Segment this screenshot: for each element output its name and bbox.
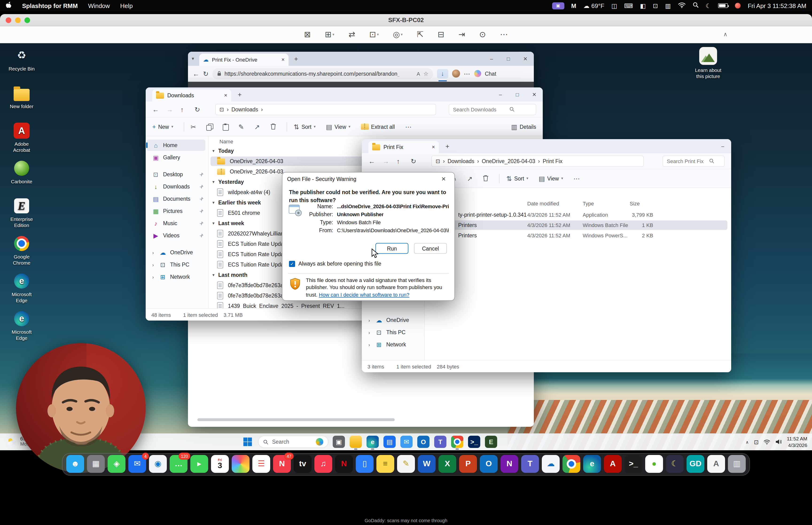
dock-icon[interactable]: A bbox=[604, 455, 622, 473]
file-row[interactable]: Printers 4/3/2026 11:52 AM Windows Power… bbox=[425, 230, 731, 241]
collapse-group-icon[interactable] bbox=[212, 149, 215, 153]
sidebar-item[interactable]: ▶ Videos bbox=[146, 229, 208, 242]
focus-moon-icon[interactable]: ☾ bbox=[706, 3, 711, 9]
menu-status-icon[interactable]: ◧ bbox=[640, 3, 646, 9]
desktop-icon-carbonite[interactable]: Carbonite bbox=[6, 160, 37, 184]
desktop-icon-enterprise-edition[interactable]: E Enterprise Edition bbox=[6, 197, 37, 228]
dock-icon[interactable]: T bbox=[521, 455, 539, 473]
display-tray-icon[interactable]: ⊡ bbox=[754, 439, 759, 446]
hidden-icons-chevron[interactable]: ∧ bbox=[746, 440, 749, 445]
back-icon[interactable] bbox=[152, 106, 166, 112]
profile-avatar[interactable] bbox=[452, 70, 460, 77]
collapse-group-icon[interactable] bbox=[212, 273, 215, 277]
new-tab-button[interactable]: + bbox=[238, 91, 242, 98]
moom-icon[interactable]: M bbox=[571, 3, 576, 9]
up-icon[interactable] bbox=[397, 158, 411, 164]
close-dialog-icon[interactable] bbox=[438, 176, 450, 182]
share-icon[interactable] bbox=[254, 123, 260, 130]
back-icon[interactable] bbox=[193, 70, 199, 77]
taskbar-app-icon[interactable]: e bbox=[366, 435, 379, 448]
dock-icon[interactable]: X bbox=[439, 455, 456, 473]
explorer-titlebar[interactable]: Downloads + bbox=[146, 87, 543, 102]
rename-icon[interactable] bbox=[239, 123, 244, 130]
column-type[interactable]: Type bbox=[583, 201, 594, 206]
new-button[interactable]: +New bbox=[152, 123, 173, 130]
apple-menu-icon[interactable] bbox=[6, 1, 12, 10]
crumb-print-fix[interactable]: Print Fix bbox=[543, 158, 563, 164]
close-icon[interactable] bbox=[517, 56, 534, 61]
crumb-downloads[interactable]: Downloads bbox=[448, 158, 474, 164]
dock-icon[interactable]: A bbox=[707, 455, 725, 473]
expand-chevron-icon[interactable] bbox=[368, 317, 372, 322]
taskbar-app-icon[interactable]: ▣ bbox=[332, 435, 346, 448]
forward-icon[interactable] bbox=[383, 158, 397, 164]
column-size[interactable]: Size bbox=[630, 201, 640, 206]
more-commands-icon[interactable] bbox=[405, 123, 412, 130]
desktop-icon-recycle-bin[interactable]: ♻ Recycle Bin bbox=[6, 47, 37, 72]
breadcrumb[interactable]: ⊡ Downloads bbox=[215, 104, 436, 115]
tab-actions-icon[interactable] bbox=[192, 56, 194, 61]
sidebar-item[interactable]: ☁ OneDrive bbox=[146, 246, 208, 258]
sidebar-item[interactable]: ⌂ Home bbox=[146, 139, 208, 151]
address-bar[interactable]: https://shorebreakcommunications-my.shar… bbox=[212, 68, 433, 79]
taskbar-app-icon[interactable] bbox=[451, 435, 464, 448]
splashtop-toolbar-icon[interactable]: ⋯ bbox=[500, 31, 508, 39]
back-icon[interactable] bbox=[368, 158, 383, 164]
sidebar-item[interactable]: ⊡ This PC bbox=[362, 326, 424, 339]
delete-icon[interactable] bbox=[270, 123, 276, 131]
collapse-toolbar-icon[interactable]: ∧ bbox=[723, 31, 727, 38]
dock-icon[interactable]: ▥ bbox=[728, 455, 746, 473]
always-ask-checkbox[interactable] bbox=[289, 261, 295, 267]
file-row[interactable]: Printers 4/3/2026 11:52 AM Windows Batch… bbox=[425, 220, 731, 230]
dock-icon[interactable] bbox=[232, 455, 249, 473]
collapse-group-icon[interactable] bbox=[212, 200, 215, 205]
share-icon[interactable] bbox=[467, 175, 472, 182]
menu-app-name[interactable]: Splashtop for RMM bbox=[22, 2, 78, 9]
splashtop-titlebar[interactable]: SFX-B-PC02 bbox=[0, 14, 812, 26]
sidebar-item[interactable]: ⊡ This PC bbox=[146, 258, 208, 271]
collapse-group-icon[interactable] bbox=[212, 180, 215, 184]
file-row[interactable]: ty-print-printer-setup-1.0.341 4/3/2026 … bbox=[425, 210, 731, 220]
desktop-icon-new-folder[interactable]: New folder bbox=[6, 85, 37, 109]
new-tab-button[interactable]: + bbox=[294, 55, 298, 62]
refresh-icon[interactable] bbox=[411, 158, 425, 164]
delete-icon[interactable] bbox=[483, 175, 489, 182]
close-tab-icon[interactable] bbox=[281, 58, 285, 62]
menu-status-icon[interactable]: ⌨ bbox=[624, 3, 633, 9]
new-tab-button[interactable]: + bbox=[445, 142, 449, 150]
splashtop-toolbar-icon[interactable]: ⇄ bbox=[349, 31, 355, 39]
taskbar-app-icon[interactable]: O bbox=[417, 435, 430, 448]
splashtop-toolbar-icon[interactable]: ⇥ bbox=[458, 31, 465, 39]
dock-icon[interactable]: ☻ bbox=[66, 455, 84, 473]
expand-chevron-icon[interactable] bbox=[152, 250, 155, 255]
dock-icon[interactable]: ▦ bbox=[87, 455, 105, 473]
paste-icon[interactable] bbox=[223, 123, 228, 130]
dock-icon[interactable]: ☁ bbox=[542, 455, 560, 473]
favorite-star-icon[interactable]: ☆ bbox=[424, 70, 429, 77]
close-tab-icon[interactable] bbox=[224, 93, 227, 97]
dock-icon[interactable]: ≡ bbox=[377, 455, 394, 473]
menu-help[interactable]: Help bbox=[120, 2, 133, 9]
taskbar-app-icon[interactable]: T bbox=[434, 435, 447, 448]
menu-status-icon[interactable]: ⊡ bbox=[653, 3, 658, 9]
column-date-modified[interactable]: Date modified bbox=[527, 201, 559, 206]
expand-chevron-icon[interactable] bbox=[368, 330, 372, 335]
minimize-icon[interactable] bbox=[483, 56, 500, 61]
splashtop-toolbar-icon[interactable]: ⊞ ▾ bbox=[325, 31, 335, 39]
dock-icon[interactable]: P bbox=[459, 455, 477, 473]
splashtop-toolbar-icon[interactable]: ⊟ bbox=[438, 31, 444, 39]
splashtop-toolbar-icon[interactable]: ◎ ▾ bbox=[393, 31, 403, 39]
battery-icon[interactable] bbox=[718, 3, 728, 8]
chat-button[interactable]: Chat bbox=[485, 71, 496, 76]
copilot-icon[interactable] bbox=[474, 70, 481, 77]
dock-icon[interactable]: W bbox=[418, 455, 435, 473]
forward-icon[interactable] bbox=[166, 106, 181, 112]
desktop-icon-adobe-acrobat[interactable]: A Adobe Acrobat bbox=[6, 122, 37, 153]
explorer-titlebar[interactable]: Print Fix + bbox=[362, 139, 731, 153]
expand-chevron-icon[interactable] bbox=[152, 262, 155, 267]
tray-app-icon[interactable] bbox=[735, 3, 740, 9]
column-name[interactable]: Name bbox=[219, 139, 233, 144]
dock-icon[interactable]: ☰ bbox=[252, 455, 270, 473]
splashtop-toolbar-icon[interactable]: ⇱ bbox=[417, 31, 424, 39]
refresh-icon[interactable] bbox=[203, 70, 209, 77]
